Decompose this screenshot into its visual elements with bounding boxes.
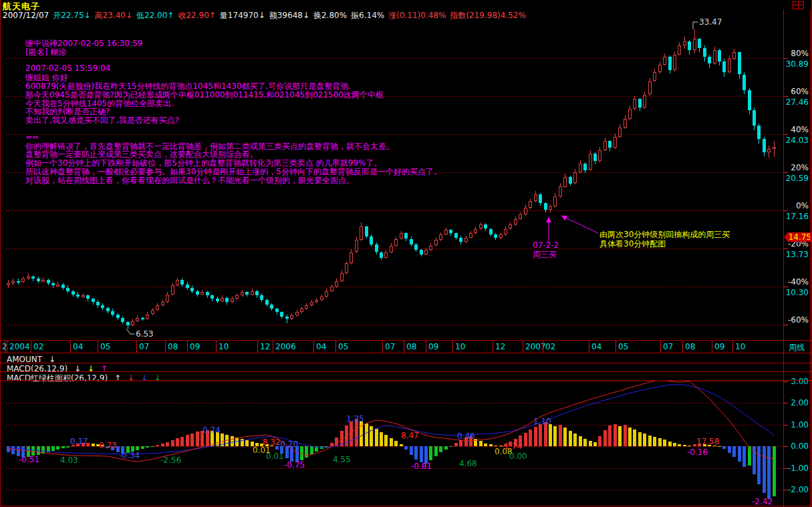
- percent-label: 20%: [786, 163, 809, 172]
- separator-line: [0, 380, 812, 381]
- date-label: 2004: [9, 342, 30, 351]
- date-tick: [313, 341, 314, 353]
- axis-tick: [783, 248, 788, 249]
- corner-window-icon[interactable]: [793, 1, 804, 9]
- date-label: 05: [338, 342, 348, 351]
- macd-axis-label: -2.00: [782, 485, 809, 494]
- date-tick: [616, 341, 616, 353]
- date-label: 10: [455, 342, 465, 351]
- percent-label: 40%: [786, 125, 809, 134]
- macd-segment-value: 4.55: [333, 455, 351, 464]
- date-label: 09: [714, 342, 724, 351]
- date-label: 10: [219, 342, 229, 351]
- macd-axis-label: 3.00: [782, 377, 809, 386]
- date-tick: [404, 341, 404, 353]
- macd-lines: [5, 381, 783, 506]
- date-label: 08: [406, 342, 416, 351]
- macd-segment-value: 0.46: [457, 432, 475, 441]
- date-tick: [523, 341, 523, 353]
- date-label: 10: [735, 342, 745, 351]
- date-tick: [682, 341, 683, 353]
- date-label: 07: [663, 342, 673, 351]
- axis-tick: [783, 96, 788, 97]
- macd-segment-value: -0.20: [277, 440, 298, 449]
- date-label: 09: [190, 342, 200, 351]
- date-tick: [382, 341, 383, 353]
- macd-axis-label: 0.00: [782, 442, 809, 451]
- price-label: 13.73: [782, 250, 809, 259]
- macd-segment-value: -2.42: [752, 497, 773, 506]
- separator-line: [0, 340, 812, 341]
- macd-axis-label: -1.00: [782, 464, 809, 473]
- date-tick: [273, 341, 273, 353]
- commentary-line: [匿名] 糊涂: [25, 47, 66, 58]
- separator-line: [0, 353, 812, 353]
- percent-label: -40%: [786, 277, 809, 287]
- percent-label: -60%: [786, 315, 809, 325]
- date-tick: [7, 341, 7, 353]
- macd-segment-value: -0.16: [687, 448, 708, 457]
- axis-tick: [783, 287, 788, 287]
- date-tick: [187, 341, 188, 353]
- macd-segment-value: -1.74: [501, 442, 522, 451]
- date-label: 12: [260, 342, 270, 351]
- date-tick: [257, 341, 258, 353]
- date-label: 08: [168, 342, 178, 351]
- axis-column-line: [810, 9, 811, 507]
- axis-tick: [783, 58, 788, 59]
- axis-tick: [783, 325, 788, 325]
- macd-segment-value: 4.03: [60, 456, 78, 465]
- price-label: 10.30: [782, 288, 809, 297]
- price-label: 24.03: [782, 136, 809, 145]
- macd-axis-label: 2.00: [782, 398, 809, 407]
- price-label: 27.46: [782, 98, 809, 107]
- macd-segment-value: 4.68: [459, 459, 477, 468]
- macd-histogram-pane[interactable]: -0.514.030.170.73-0.34-2.560.748.32-0.20…: [5, 381, 783, 506]
- date-tick: [712, 341, 712, 353]
- axis-tick: [783, 134, 788, 135]
- date-label: 09: [428, 342, 438, 351]
- date-tick: [493, 341, 493, 353]
- date-tick: [660, 341, 661, 353]
- axis-tick: [783, 172, 788, 173]
- date-tick: [426, 341, 426, 353]
- macd-segment-value: -0.51: [19, 455, 39, 464]
- date-label: 05: [100, 342, 110, 351]
- date-label: 04: [73, 342, 83, 351]
- date-tick: [589, 341, 589, 353]
- date-tick: [165, 341, 166, 353]
- date-label: 04: [591, 342, 601, 351]
- date-tick: [98, 341, 98, 353]
- date-tick: [335, 341, 336, 353]
- macd-segment-value: 0.74: [202, 426, 221, 435]
- macd-segment-value: 8.47: [401, 431, 419, 440]
- macd-segment-value: -2.56: [160, 456, 181, 465]
- date-label: 2006: [275, 342, 296, 351]
- date-label: 02: [33, 342, 43, 351]
- separator-line: [0, 371, 812, 372]
- commentary-line: 对该股，站在周线图上看，你看看现在的回试是什么？不能光看一个级别的，眼光要全面点…: [25, 175, 354, 186]
- macd-segment-value: 0.01: [266, 452, 284, 461]
- macd-segment-value: 0.73: [99, 441, 117, 450]
- macd-segment-value: 0.17: [70, 437, 88, 446]
- date-label: 04: [316, 342, 326, 351]
- date-label: 05: [618, 342, 628, 351]
- date-tick: [70, 341, 71, 353]
- percent-label: 80%: [786, 49, 809, 58]
- price-label: 30.89: [782, 59, 809, 69]
- price-label: 17.16: [782, 212, 809, 221]
- date-label: 07: [139, 342, 149, 351]
- current-price-tag: 14.75: [784, 232, 812, 242]
- date-label: 08: [685, 342, 695, 351]
- date-label: 07: [385, 342, 395, 351]
- macd-segment-value: 17.58: [696, 437, 719, 446]
- macd-segment-value: -0.34: [119, 451, 140, 460]
- macd-segment-value: -0.81: [411, 462, 432, 471]
- date-tick: [452, 341, 453, 353]
- date-tick: [732, 341, 733, 353]
- macd-segment-value: 1.25: [346, 414, 364, 424]
- macd-axis-label: 1.00: [782, 420, 809, 430]
- separator-line: [0, 506, 812, 506]
- date-tick: [216, 341, 217, 353]
- dif-line: [8, 381, 774, 462]
